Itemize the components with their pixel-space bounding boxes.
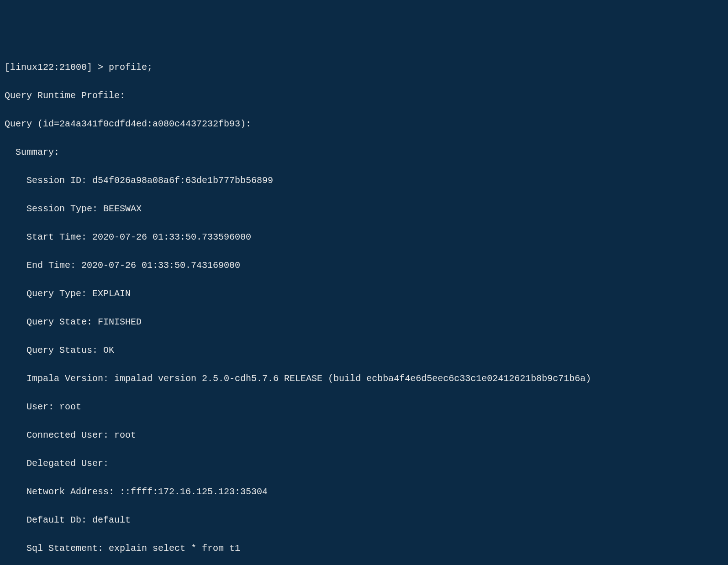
query-id-line: Query (id=2a4a341f0cdfd4ed:a080c4437232f…: [5, 117, 723, 131]
default-db: Default Db: default: [5, 513, 723, 527]
summary-label: Summary:: [5, 145, 723, 159]
query-status: Query Status: OK: [5, 343, 723, 357]
session-type: Session Type: BEESWAX: [5, 202, 723, 216]
network-address: Network Address: ::ffff:172.16.125.123:3…: [5, 485, 723, 499]
user: User: root: [5, 400, 723, 414]
impala-version: Impala Version: impalad version 2.5.0-cd…: [5, 371, 723, 386]
shell-prompt-line[interactable]: [linux122:21000] > profile;: [5, 60, 723, 74]
profile-header: Query Runtime Profile:: [5, 89, 723, 103]
delegated-user: Delegated User:: [5, 456, 723, 471]
query-state: Query State: FINISHED: [5, 315, 723, 329]
query-type: Query Type: EXPLAIN: [5, 287, 723, 301]
end-time: End Time: 2020-07-26 01:33:50.743169000: [5, 258, 723, 272]
sql-statement: Sql Statement: explain select * from t1: [5, 541, 723, 555]
start-time: Start Time: 2020-07-26 01:33:50.73359600…: [5, 230, 723, 244]
connected-user: Connected User: root: [5, 428, 723, 442]
session-id: Session ID: d54f026a98a08a6f:63de1b777bb…: [5, 173, 723, 188]
